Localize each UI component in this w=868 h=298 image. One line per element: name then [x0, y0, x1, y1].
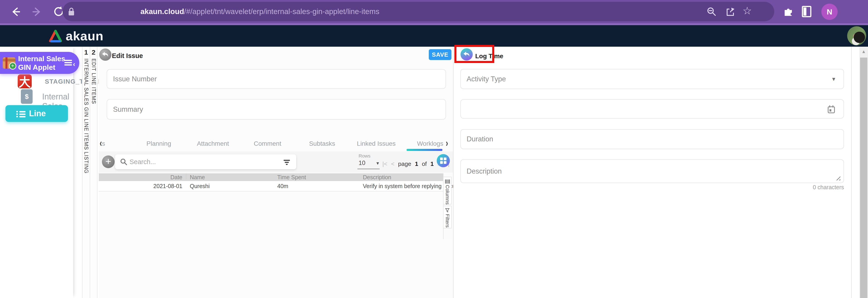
columns-panel-tab[interactable]: Columns: [443, 177, 452, 204]
filters-panel-tab[interactable]: Filters: [443, 206, 452, 229]
grid-icon: [440, 157, 446, 164]
duration-field[interactable]: [460, 129, 844, 149]
page-scrollbar[interactable]: ▲: [859, 47, 868, 298]
prev-page-button[interactable]: <: [391, 160, 394, 167]
browser-back-icon[interactable]: [9, 6, 21, 18]
url-text: akaun.cloud/#/applet/tnt/wavelet/erp/int…: [141, 2, 379, 21]
zoom-out-icon[interactable]: [706, 6, 717, 17]
strip-number: 1: [83, 49, 90, 56]
app-top-bar: akaun: [0, 25, 868, 47]
tab-planning[interactable]: Planning: [147, 140, 171, 147]
address-bar[interactable]: akaun.cloud/#/applet/tnt/wavelet/erp/int…: [63, 2, 774, 21]
side-panel-icon[interactable]: [802, 6, 811, 17]
tab-truncated[interactable]: s: [102, 140, 105, 147]
chrome-accent-line: [0, 23, 868, 25]
annotation-highlight: [455, 45, 494, 63]
breadcrumb-strip-listing[interactable]: 1 INTERNAL SALES GIN LINE ITEMS LISTING: [82, 47, 90, 298]
breadcrumb-strip-edit[interactable]: 2 EDIT LINE ITEMS: [90, 47, 97, 298]
cell-date: 2021-08-01: [99, 181, 182, 191]
collapse-menu-icon[interactable]: ‹: [64, 59, 74, 67]
tabs-scroll-right-icon[interactable]: ›: [446, 137, 448, 149]
extensions-puzzle-icon[interactable]: [782, 5, 794, 18]
tab-linked-issues[interactable]: Linked Issues: [357, 140, 396, 147]
column-name[interactable]: Name: [190, 173, 205, 181]
browser-profile-avatar[interactable]: N: [822, 4, 838, 20]
summary-field[interactable]: [107, 99, 446, 120]
character-count: 0 characters: [460, 184, 844, 190]
filter-list-icon[interactable]: [284, 159, 290, 166]
rows-per-page-label: Rows: [359, 153, 371, 159]
package-icon: ✈: [2, 56, 16, 69]
textarea-resize-icon[interactable]: [836, 176, 840, 180]
plane-icon: ✈: [9, 62, 16, 69]
module-doc-icon[interactable]: $: [21, 89, 33, 104]
sidebar-item-line-items[interactable]: Line Items: [5, 105, 68, 122]
search-box[interactable]: [115, 154, 296, 169]
issue-number-field[interactable]: [107, 69, 446, 89]
user-avatar[interactable]: [847, 26, 866, 45]
search-input[interactable]: [130, 154, 270, 169]
cell-time-spent: 40m: [277, 181, 288, 191]
date-field[interactable]: [460, 99, 844, 119]
save-button[interactable]: SAVE: [429, 49, 452, 60]
tab-subtasks[interactable]: Subtasks: [309, 140, 335, 147]
rows-select-underline: [358, 169, 380, 169]
tab-worklogs[interactable]: Worklogs: [417, 140, 443, 147]
tab-attachment[interactable]: Attachment: [197, 140, 229, 147]
column-time-spent[interactable]: Time Spent: [277, 173, 306, 181]
url-domain: akaun.cloud: [141, 7, 184, 16]
page-title: Edit Issue: [112, 52, 143, 60]
back-button[interactable]: [99, 49, 112, 61]
current-page: 1: [415, 160, 418, 167]
bookmark-star-icon[interactable]: ☆: [743, 4, 752, 17]
share-icon[interactable]: [725, 6, 735, 17]
akaun-logo-icon: [48, 29, 63, 43]
scroll-up-icon[interactable]: ▲: [859, 49, 868, 54]
description-input[interactable]: [467, 160, 792, 183]
scrollbar-thumb[interactable]: [860, 58, 867, 298]
table-row[interactable]: 2021-08-01 Qureshi 40m Verify in system …: [99, 181, 443, 191]
browser-forward-icon[interactable]: [31, 6, 43, 18]
column-description[interactable]: Description: [363, 173, 391, 181]
tenant-icon[interactable]: [18, 74, 32, 88]
funnel-icon: [445, 208, 450, 213]
strip-label: INTERNAL SALES GIN LINE ITEMS LISTING: [83, 58, 89, 174]
page-label: page: [398, 160, 411, 167]
summary-input[interactable]: [113, 99, 401, 119]
grid-view-button[interactable]: [437, 154, 450, 167]
sidebar-applet-header[interactable]: ✈ Internal Sales GIN Applet ‹: [0, 52, 79, 74]
worklog-table-header: Date Name Time Spent Description: [99, 173, 443, 181]
app-body: ✈ Internal Sales GIN Applet ‹ STAGING_TE…: [0, 47, 868, 298]
columns-tab-label: Columns: [444, 185, 450, 205]
cell-description: Verify in system before replying to cust…: [363, 181, 468, 191]
strip-label: EDIT LINE ITEMS: [91, 58, 97, 104]
column-date[interactable]: Date: [99, 173, 182, 181]
calendar-icon[interactable]: [827, 105, 835, 114]
applet-name: Internal Sales GIN Applet: [18, 54, 66, 71]
line-items-label: Line Items: [29, 105, 68, 122]
issue-number-input[interactable]: [113, 69, 401, 88]
dropdown-caret-icon[interactable]: ▼: [831, 76, 836, 82]
first-page-button[interactable]: |<: [382, 160, 388, 167]
strip-number: 2: [90, 49, 97, 56]
lock-icon: [67, 7, 75, 16]
rows-caret-icon[interactable]: ▼: [376, 161, 380, 166]
tabs-scroll-left-icon[interactable]: ‹: [100, 137, 102, 149]
total-pages: 1: [430, 160, 434, 167]
activity-type-field[interactable]: ▼: [460, 69, 844, 89]
log-time-pane: Log Time ▼ 0 characters: [454, 47, 852, 298]
activity-type-select[interactable]: [467, 69, 792, 89]
duration-input[interactable]: [467, 130, 792, 149]
worklog-toolbar: + Rows 10 ▼ |< < page 1 of 1 > >|: [99, 151, 453, 173]
list-icon: [16, 110, 26, 118]
sidebar: ✈ Internal Sales GIN Applet ‹ STAGING_TE…: [0, 47, 73, 298]
add-worklog-button[interactable]: +: [102, 155, 115, 168]
columns-icon: [443, 179, 451, 184]
description-field[interactable]: [460, 159, 844, 183]
sidebar-item-tenant[interactable]: STAGING_TENANT: [45, 78, 107, 85]
active-tab-indicator: [407, 149, 442, 151]
filters-tab-label: Filters: [444, 214, 450, 228]
rows-per-page-select[interactable]: 10: [359, 159, 365, 167]
tab-comment[interactable]: Comment: [254, 140, 281, 147]
date-input[interactable]: [467, 100, 792, 118]
